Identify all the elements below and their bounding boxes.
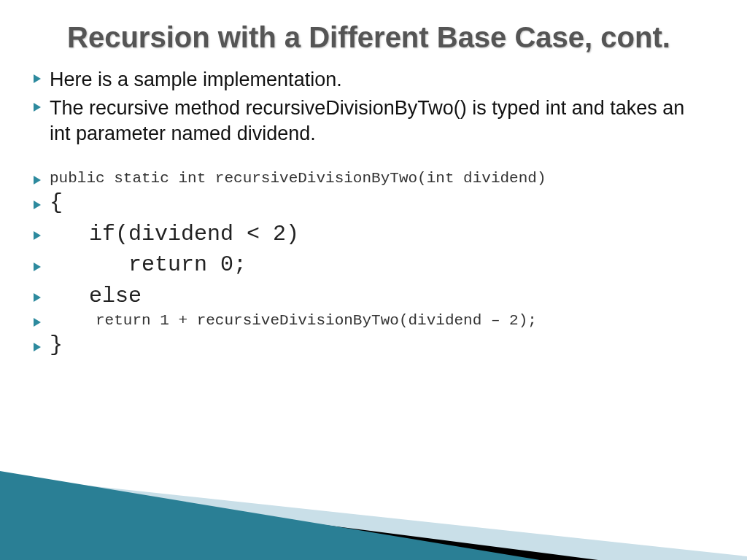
- bullet-arrow-icon: [29, 260, 45, 271]
- bullet-arrow-icon: [29, 173, 45, 184]
- code-line: else: [29, 281, 703, 311]
- code-line: public static int recursiveDivisionByTwo…: [29, 170, 703, 187]
- code-line: {: [29, 188, 703, 218]
- bullet-arrow-icon: [29, 198, 45, 209]
- svg-marker-8: [34, 343, 41, 351]
- svg-marker-3: [34, 201, 41, 209]
- slide-decor-triangle: [0, 429, 747, 560]
- svg-marker-7: [34, 318, 41, 327]
- slide-content: Here is a sample implementation. The rec…: [0, 54, 747, 360]
- bullet-item: The recursive method recursiveDivisionBy…: [29, 96, 703, 147]
- code-text: {: [45, 188, 63, 218]
- code-block: public static int recursiveDivisionByTwo…: [29, 149, 703, 360]
- bullet-arrow-icon: [29, 290, 45, 302]
- bullet-arrow-icon: [29, 96, 45, 112]
- bullet-arrow-icon: [29, 228, 45, 240]
- code-line: if(dividend < 2): [29, 219, 703, 249]
- svg-marker-5: [34, 262, 41, 271]
- bullet-arrow-icon: [29, 340, 45, 351]
- svg-marker-4: [34, 231, 41, 240]
- code-text: return 1 + recursiveDivisionByTwo(divide…: [45, 312, 537, 329]
- bullet-arrow-icon: [29, 315, 45, 327]
- code-text: public static int recursiveDivisionByTwo…: [45, 170, 546, 187]
- bullet-arrow-icon: [29, 67, 45, 83]
- svg-marker-9: [0, 476, 747, 560]
- code-text: else: [45, 281, 142, 311]
- code-text: if(dividend < 2): [45, 219, 299, 249]
- code-text: return 0;: [45, 250, 247, 280]
- code-line: return 0;: [29, 250, 703, 280]
- svg-marker-2: [34, 176, 41, 184]
- svg-marker-6: [34, 293, 41, 302]
- slide-title: Recursion with a Different Base Case, co…: [0, 0, 747, 54]
- bullet-item: Here is a sample implementation.: [29, 67, 703, 93]
- code-text: }: [45, 330, 63, 360]
- code-line: return 1 + recursiveDivisionByTwo(divide…: [29, 312, 703, 329]
- svg-marker-11: [0, 471, 540, 560]
- bullet-text: Here is a sample implementation.: [45, 67, 342, 93]
- code-line: }: [29, 330, 703, 360]
- svg-marker-10: [0, 483, 598, 560]
- bullet-text: The recursive method recursiveDivisionBy…: [45, 96, 703, 147]
- svg-marker-1: [34, 103, 41, 112]
- svg-marker-0: [34, 74, 41, 83]
